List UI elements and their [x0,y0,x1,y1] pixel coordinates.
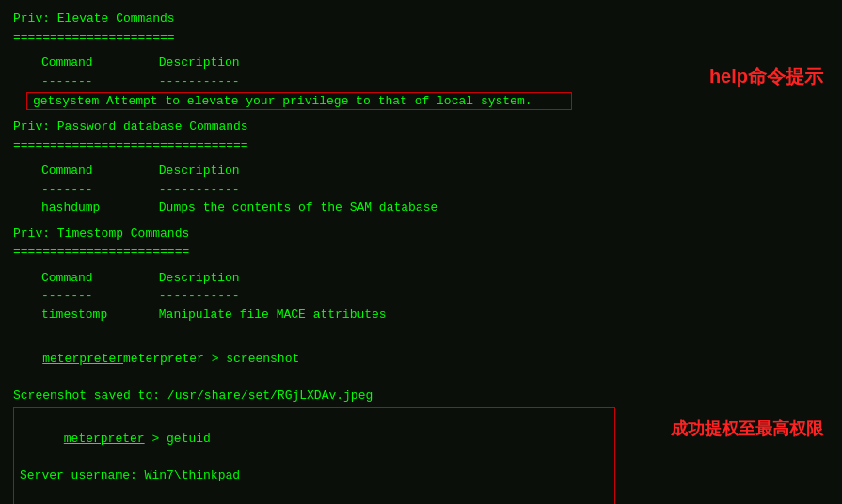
timestomp-row: timestomp Manipulate file MACE attribute… [41,306,829,324]
getuid-prompt-1: meterpreter > getuid [20,411,609,466]
priv-elevate-sep: ====================== [13,28,829,47]
getsystem-highlighted-row: getsystem Attempt to elevate your privil… [26,92,572,110]
meterpreter-prompt-1: meterpreter [42,352,123,366]
screenshot-output: Screenshot saved to: /usr/share/set/RGjL… [13,386,829,405]
priv-timestomp-sep: ======================== [13,243,829,261]
annotation-priv-label: 成功提权至最高权限 [671,417,823,440]
password-cmd-header: Command Description [41,162,829,181]
getsystem-prompt: meterpreter > getsystem [20,484,609,504]
priv-elevate-title: Priv: Elevate Commands [13,9,829,28]
timestomp-cmd-dashes: ------- ----------- [41,287,829,306]
meterpreter-u1: meterpreter [64,432,145,446]
password-cmd-dashes: ------- ----------- [41,181,829,199]
timestomp-cmd-header: Command Description [41,269,829,288]
terminal-window: Priv: Elevate Commands =================… [0,0,842,504]
screenshot-cmd: meterpreter > screenshot [123,352,299,366]
priv-timestomp-title: Priv: Timestomp Commands [13,225,829,244]
getuid-output-1: Server username: Win7\thinkpad [20,466,609,485]
annotation-help-label: help命令提示 [709,64,823,89]
hashdump-row: hashdump Dumps the contents of the SAM d… [41,198,829,217]
screenshot-prompt: meterpretermeterpreter > screenshot [13,331,829,386]
priv-password-sep: ================================ [13,136,829,155]
priv-password-title: Priv: Password database Commands [13,118,829,136]
